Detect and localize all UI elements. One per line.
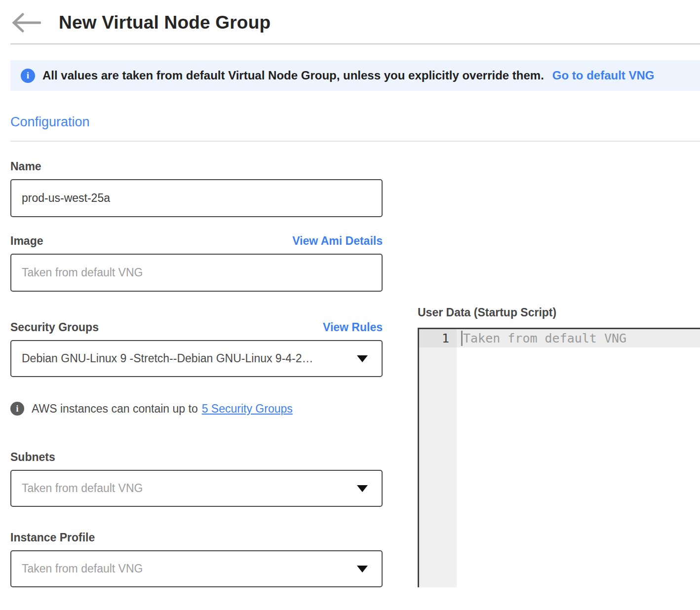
page-title: New Virtual Node Group — [59, 12, 271, 33]
user-data-label: User Data (Startup Script) — [418, 306, 700, 319]
user-data-editor: 1 Taken from default VNG — [418, 328, 700, 587]
editor-placeholder-text: Taken from default VNG — [463, 331, 626, 345]
name-label-row: Name — [10, 159, 383, 173]
back-arrow-icon[interactable] — [10, 12, 41, 34]
instance-profile-placeholder: Taken from default VNG — [22, 562, 143, 575]
header-divider — [10, 43, 700, 44]
view-rules-link[interactable]: View Rules — [323, 321, 383, 334]
user-data-column: User Data (Startup Script) 1 Taken from … — [418, 306, 700, 587]
info-banner: i All values are taken from default Virt… — [10, 60, 700, 91]
five-security-groups-link[interactable]: 5 Security Groups — [202, 402, 293, 416]
user-data-code-area[interactable]: Taken from default VNG — [457, 329, 700, 587]
security-groups-value: Debian GNU-Linux 9 -Stretch--Debian GNU-… — [22, 352, 313, 365]
security-groups-select[interactable]: Debian GNU-Linux 9 -Stretch--Debian GNU-… — [10, 340, 383, 377]
subnets-label-row: Subnets — [10, 450, 383, 464]
security-groups-note: i AWS instances can contain up to 5 Secu… — [10, 402, 383, 416]
chevron-down-icon — [357, 485, 368, 492]
security-note-text: AWS instances can contain up to — [32, 402, 198, 416]
image-input[interactable] — [10, 254, 383, 292]
image-label: Image — [10, 234, 43, 248]
info-banner-text: All values are taken from default Virtua… — [42, 69, 544, 82]
subnets-placeholder: Taken from default VNG — [22, 482, 143, 495]
go-to-default-vng-link[interactable]: Go to default VNG — [552, 69, 655, 82]
configuration-content: Name Image View Ami Details Security Gro… — [0, 142, 700, 587]
chevron-down-icon — [357, 566, 368, 572]
page-header: New Virtual Node Group — [0, 0, 700, 34]
configuration-heading: Configuration — [10, 114, 700, 130]
instance-profile-label: Instance Profile — [10, 531, 95, 544]
text-cursor — [461, 331, 463, 346]
security-groups-label: Security Groups — [10, 320, 99, 334]
chevron-down-icon — [357, 355, 368, 362]
subnets-select[interactable]: Taken from default VNG — [10, 470, 383, 507]
view-ami-details-link[interactable]: View Ami Details — [292, 234, 383, 248]
info-icon: i — [21, 69, 35, 83]
security-groups-label-row: Security Groups View Rules — [10, 320, 383, 334]
editor-line-number: 1 — [419, 329, 457, 347]
name-label: Name — [10, 159, 41, 173]
info-icon: i — [10, 402, 24, 416]
instance-profile-label-row: Instance Profile — [10, 531, 383, 544]
instance-profile-select[interactable]: Taken from default VNG — [10, 550, 383, 587]
name-input[interactable] — [10, 179, 383, 217]
editor-line-number-gutter: 1 — [419, 329, 457, 587]
editor-active-line: Taken from default VNG — [457, 329, 700, 347]
form-left-column: Name Image View Ami Details Security Gro… — [10, 142, 383, 587]
subnets-label: Subnets — [10, 450, 55, 464]
image-label-row: Image View Ami Details — [10, 234, 383, 248]
